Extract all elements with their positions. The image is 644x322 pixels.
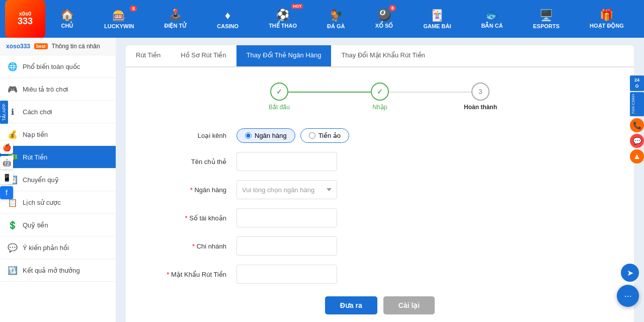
tab-thay-doi-the[interactable]: Thay Đổi Thẻ Ngân Hàng	[236, 45, 332, 66]
step-bat-dau: ✓ Bắt đầu	[229, 83, 330, 111]
apple-icon[interactable]: 🍎	[0, 141, 13, 154]
up-btn[interactable]: ▲	[630, 149, 644, 164]
radio-ngan-hang[interactable]: Ngân hàng	[236, 128, 295, 143]
nav-item-dien-tu[interactable]: 🕹️ ĐIỆN TỬ	[160, 6, 191, 32]
sidebar-item-quy-tien[interactable]: 💲 Quỹ tiền	[0, 214, 116, 236]
sidebar-item-mieu-ta[interactable]: 🎮 Miêu tả trò chơi	[0, 78, 116, 101]
sidebar-label-cach-choi: Cách chơi	[23, 108, 52, 116]
sidebar-logo: xoso333	[6, 43, 30, 50]
nav-label-chu: CHỦ	[61, 23, 73, 29]
sidebar-label-rut-tien: Rút Tiền	[23, 153, 47, 161]
tab-rut-tien[interactable]: Rút Tiền	[126, 45, 171, 66]
chat-bubble-button[interactable]: ···	[617, 285, 639, 307]
input-mat-khau-rut-tien[interactable]	[236, 265, 337, 284]
sidebar-item-y-kien[interactable]: 💬 Ý kiến phản hồi	[0, 236, 116, 259]
radio-input-ngan-hang[interactable]	[245, 132, 252, 139]
phone-btn[interactable]: 📞	[630, 118, 644, 132]
sidebar-label-y-kien: Ý kiến phản hồi	[23, 244, 69, 252]
nav-item-esports[interactable]: 🖥️ ESPORTS	[529, 7, 564, 32]
nav-label-casino: CASINO	[217, 23, 238, 29]
sidebar-item-rut-tien[interactable]: 💵 Rút Tiền	[0, 146, 116, 169]
chat-btn[interactable]: 💬	[630, 134, 644, 148]
label-ngan-hang: * Ngân hàng	[146, 186, 236, 194]
nav-item-xo-so[interactable]: 8 🎱 XỔ SỐ	[371, 6, 397, 32]
nav-item-game-bai[interactable]: 🃏 GAME BÀI	[419, 7, 455, 32]
select-ngan-hang[interactable]: Vui lòng chọn ngân hàng	[236, 180, 337, 199]
sidebar-item-pho-bien[interactable]: 🌐 Phổ biến toàn quốc	[0, 55, 116, 78]
sidebar-header: xoso333 best Thông tin cá nhân	[0, 38, 116, 55]
reset-button[interactable]: Cài lại	[383, 296, 435, 314]
xo-so-icon: 🎱	[377, 9, 391, 22]
sidebar-label-ket-qua: Kết quả mở thưởng	[23, 267, 80, 274]
step-hoan-thanh: 3 Hoàn thành	[430, 83, 531, 111]
dien-tu-icon: 🕹️	[169, 9, 182, 22]
nav-label-xo-so: XỔ SỐ	[375, 23, 393, 29]
step-circle-2: ✓	[371, 83, 389, 101]
hoat-dong-icon: 🎁	[600, 9, 613, 22]
input-chi-nhanh[interactable]	[236, 236, 337, 256]
send-button[interactable]: ➤	[621, 264, 639, 282]
logo[interactable]: x0s0 333	[5, 0, 45, 38]
sidebar-user-label: Thông tin cá nhân	[52, 43, 100, 50]
sidebar-item-lich-su[interactable]: 📋 Lịch sử cược	[0, 191, 116, 214]
nav-label-the-thao: THỂ THAO	[269, 23, 297, 29]
form-group-ten-chu-the: Tên chủ thẻ	[146, 152, 614, 171]
form-group-ngan-hang: * Ngân hàng Vui lòng chọn ngân hàng	[146, 180, 614, 199]
globe-icon: 🌐	[8, 61, 18, 71]
nav-item-hoat-dong[interactable]: 🎁 HOẠT ĐỘNG	[586, 6, 628, 32]
tab-thay-doi-mat-khau[interactable]: Thay Đổi Mật Khẩu Rút Tiền	[331, 45, 435, 66]
sidebar-item-cach-choi[interactable]: ℹ Cách chơi	[0, 101, 116, 123]
support-24-btn[interactable]: 24⊙	[630, 75, 644, 91]
nav-item-ban-ca[interactable]: 🐟 BẮN CÁ	[477, 6, 507, 32]
ban-ca-icon: 🐟	[485, 9, 499, 22]
support-widget: 24⊙ 7/24 CSKH 📞 💬 ▲	[630, 75, 644, 164]
step-circle-3: 3	[471, 83, 490, 101]
sidebar-label-chuyen-quy: Chuyển quỹ	[23, 176, 59, 184]
android-icon[interactable]: 🤖	[0, 156, 13, 169]
sidebar-label-mieu-ta: Miêu tả trò chơi	[23, 86, 68, 93]
form-group-so-tai-khoan: * Số tài khoản	[146, 208, 614, 227]
best-badge: best	[34, 43, 48, 49]
mobile-icon[interactable]: 📱	[0, 171, 13, 184]
form-group-loai-kenh: Loại kênh Ngân hàng Tiền ảo	[146, 128, 614, 143]
tab-ho-so[interactable]: Hồ Sơ Rút Tiền	[171, 45, 236, 66]
facebook-icon[interactable]: f	[0, 186, 13, 199]
da-ga-icon: 🐓	[329, 9, 343, 22]
nav-item-the-thao[interactable]: HOT ⚽ THỂ THAO	[265, 6, 301, 32]
label-chi-nhanh: * Chi nhánh	[146, 243, 236, 250]
sidebar-item-nap-tien[interactable]: 💰 Nạp tiền	[0, 123, 116, 146]
nav-item-da-ga[interactable]: 🐓 ĐÁ GÀ	[323, 7, 349, 32]
main-layout: xoso333 best Thông tin cá nhân 🌐 Phổ biế…	[0, 38, 644, 322]
step-label-3: Hoàn thành	[464, 104, 497, 111]
nav-item-casino[interactable]: ♦ CASINO	[213, 7, 243, 32]
luckywin-icon: 🎰	[112, 9, 126, 22]
form-group-mat-khau: * Mật Khẩu Rút Tiền	[146, 265, 614, 284]
step-nhap: ✓ Nhập	[330, 83, 430, 111]
info-icon: ℹ	[8, 107, 18, 117]
radio-tien-ao[interactable]: Tiền ảo	[300, 128, 349, 143]
game-icon: 🎮	[8, 84, 18, 94]
input-so-tai-khoan[interactable]	[236, 208, 337, 227]
stepper: ✓ Bắt đầu ✓ Nhập 3 Hoàn thành	[146, 83, 614, 111]
luckywin-badge: 8	[130, 6, 137, 12]
support-cskh-btn[interactable]: 7/24 CSKH	[630, 92, 644, 116]
step-label-1: Bắt đầu	[269, 104, 290, 111]
nav-item-luckywin[interactable]: 8 🎰 LUCKYWIN	[100, 7, 138, 32]
left-vertical-labels: TẢI APP	[0, 101, 8, 124]
tai-app-label[interactable]: TẢI APP	[0, 101, 8, 124]
sidebar-item-ket-qua[interactable]: 🔃 Kết quả mở thưởng	[0, 259, 116, 282]
step-label-2: Nhập	[372, 104, 387, 111]
nav-item-chu[interactable]: 🏠 CHỦ	[56, 6, 78, 32]
nav-label-esports: ESPORTS	[533, 23, 559, 29]
input-ten-chu-the[interactable]	[236, 152, 337, 171]
submit-button[interactable]: Đưa ra	[325, 296, 377, 314]
refresh-icon: 🔃	[8, 265, 18, 275]
form-card: ✓ Bắt đầu ✓ Nhập 3 Hoàn thành Loại kênh	[126, 67, 634, 322]
hot-badge: HOT	[291, 4, 303, 9]
step-circle-1: ✓	[270, 83, 288, 101]
the-thao-icon: ⚽	[276, 9, 290, 22]
radio-input-tien-ao[interactable]	[309, 132, 315, 139]
sidebar-item-chuyen-quy[interactable]: 🔄 Chuyển quỹ	[0, 169, 116, 191]
label-loai-kenh: Loại kênh	[146, 132, 236, 139]
sidebar-label-lich-su: Lịch sử cược	[23, 199, 61, 206]
